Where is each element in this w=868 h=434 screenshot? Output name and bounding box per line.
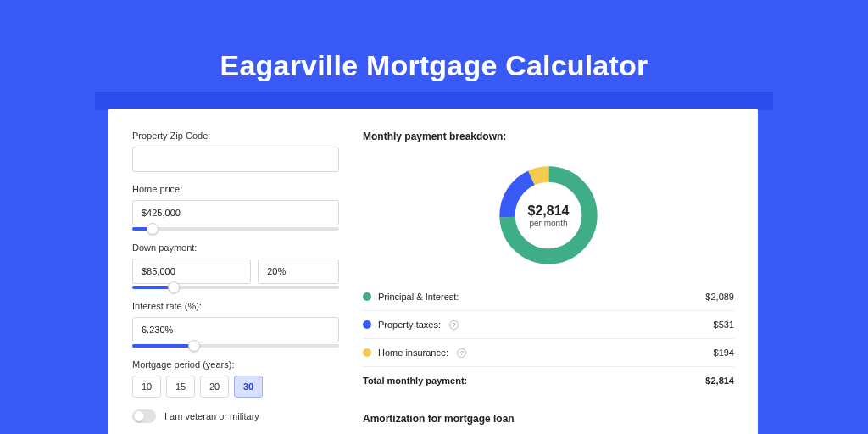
interest-slider[interactable] [132,344,339,348]
veteran-label: I am veteran or military [164,411,259,421]
donut-center: $2,814 per month [528,203,570,228]
veteran-row: I am veteran or military [132,409,339,423]
home-price-input[interactable] [132,200,339,225]
header-band [95,92,773,110]
breakdown-row: Home insurance:?$194 [363,339,734,367]
page-title: Eagarville Mortgage Calculator [0,0,868,89]
form-column: Property Zip Code: Home price: Down paym… [132,131,339,434]
period-option-20[interactable]: 20 [200,376,229,398]
down-payment-label: Down payment: [132,242,339,253]
zip-label: Property Zip Code: [132,131,339,141]
breakdown-row-value: $2,089 [705,292,734,302]
donut-chart-wrap: $2,814 per month [363,154,734,283]
donut-chart: $2,814 per month [494,161,603,270]
breakdown-row-value: $194 [714,348,734,358]
home-price-slider[interactable] [132,227,339,231]
zip-group: Property Zip Code: [132,131,339,172]
breakdown-row-label: Property taxes: [378,320,441,330]
period-option-30[interactable]: 30 [234,376,263,398]
breakdown-row: Property taxes:?$531 [363,311,734,339]
period-group: Mortgage period (years): 10152030 [132,359,339,398]
legend-dot [363,348,371,357]
down-payment-slider[interactable] [132,286,339,289]
down-payment-input[interactable] [132,259,251,284]
calculator-card: Property Zip Code: Home price: Down paym… [108,108,758,434]
period-segmented: 10152030 [132,376,339,398]
legend-dot [363,320,371,329]
period-option-10[interactable]: 10 [132,376,161,398]
home-price-slider-thumb[interactable] [147,223,159,235]
period-option-15[interactable]: 15 [166,376,195,398]
interest-input[interactable] [132,317,339,342]
down-payment-group: Down payment: [132,242,339,289]
interest-group: Interest rate (%): [132,301,339,348]
amortization-title: Amortization for mortgage loan [363,413,734,425]
breakdown-row-value: $531 [714,320,734,330]
breakdown-total-row: Total monthly payment: $2,814 [363,367,734,394]
down-payment-pct-input[interactable] [258,259,339,284]
home-price-group: Home price: [132,184,339,231]
breakdown-row: Principal & Interest:$2,089 [363,283,734,311]
veteran-toggle[interactable] [132,409,156,423]
breakdown-rows: Principal & Interest:$2,089Property taxe… [363,283,734,367]
down-payment-slider-thumb[interactable] [168,281,180,293]
breakdown-row-label: Home insurance: [378,348,448,358]
interest-label: Interest rate (%): [132,301,339,311]
breakdown-title: Monthly payment breakdown: [363,131,734,142]
home-price-label: Home price: [132,184,339,194]
breakdown-total-value: $2,814 [705,376,734,386]
info-icon[interactable]: ? [449,320,459,330]
interest-slider-thumb[interactable] [188,340,200,352]
breakdown-total-label: Total monthly payment: [363,376,467,386]
zip-input[interactable] [132,147,339,172]
breakdown-row-label: Principal & Interest: [378,292,459,302]
info-icon[interactable]: ? [457,348,466,358]
period-label: Mortgage period (years): [132,359,339,370]
donut-sub: per month [528,219,570,228]
breakdown-column: Monthly payment breakdown: $2,814 per mo… [363,131,734,434]
veteran-toggle-knob [134,411,144,421]
donut-value: $2,814 [528,203,570,219]
legend-dot [363,292,371,301]
